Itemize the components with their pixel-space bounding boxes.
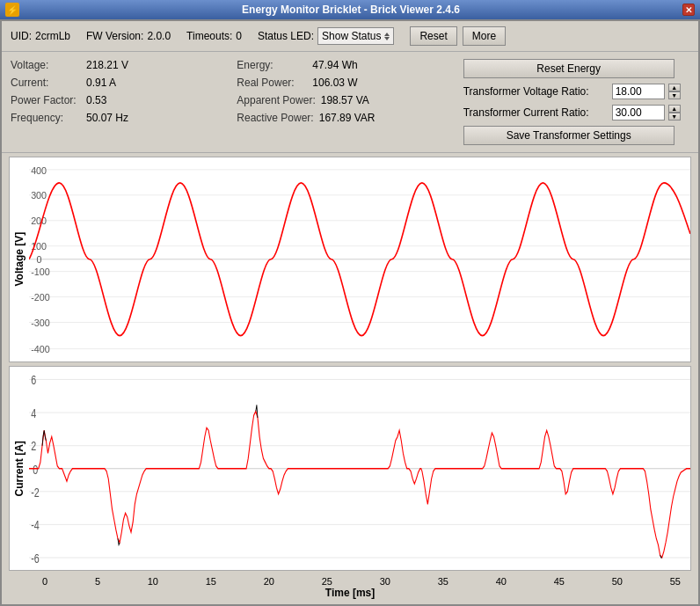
apparent-power-label: Apparent Power: (237, 94, 315, 106)
uid-value: 2crmLb (35, 30, 70, 42)
svg-text:-2: -2 (31, 484, 40, 499)
svg-text:6: 6 (31, 372, 36, 387)
fw-item: FW Version: 2.0.0 (86, 30, 171, 42)
fw-value: 2.0.0 (147, 30, 171, 42)
current-chart-svg: 6 4 2 0 -2 -4 -6 (29, 367, 690, 571)
x-axis-area: 0 5 10 15 20 25 30 35 40 45 50 55 Time [… (9, 574, 691, 601)
voltage-ratio-up[interactable]: ▲ (668, 84, 681, 91)
window-title: Energy Monitor Bricklet - Brick Viewer 2… (19, 4, 682, 16)
x-axis-label: Time [ms] (325, 587, 375, 599)
svg-text:-6: -6 (31, 551, 40, 566)
voltage-ratio-down[interactable]: ▼ (668, 91, 681, 99)
select-arrow-icon (384, 33, 390, 40)
timeouts-value: 0 (236, 30, 242, 42)
x-tick-0: 0 (42, 576, 47, 587)
svg-text:-4: -4 (31, 517, 40, 532)
info-panel: Voltage: 218.21 V Current: 0.91 A Power … (2, 52, 698, 153)
status-led-value: Show Status (322, 30, 381, 42)
reset-button[interactable]: Reset (410, 26, 456, 46)
x-tick-50: 50 (612, 576, 623, 587)
current-label: Current: (11, 77, 81, 89)
real-power-value: 106.03 W (312, 77, 357, 89)
info-mid: Energy: 47.94 Wh Real Power: 106.03 W Ap… (237, 59, 463, 145)
charts-area: Voltage [V] 400 (2, 153, 698, 604)
voltage-ratio-row: Transformer Voltage Ratio: ▲ ▼ (463, 84, 681, 99)
apparent-power-row: Apparent Power: 198.57 VA (237, 94, 463, 106)
svg-text:-100: -100 (31, 266, 49, 277)
x-tick-25: 25 (322, 576, 332, 587)
frequency-row: Frequency: 50.07 Hz (11, 112, 237, 124)
frequency-label: Frequency: (11, 112, 81, 124)
x-tick-5: 5 (95, 576, 100, 587)
power-factor-label: Power Factor: (11, 94, 81, 106)
current-chart-inner: 6 4 2 0 -2 -4 -6 (29, 367, 690, 571)
voltage-chart-inner: 400 300 200 100 0 -100 -200 -300 -400 (29, 157, 690, 361)
main-window: UID: 2crmLb FW Version: 2.0.0 Timeouts: … (0, 19, 700, 606)
svg-text:4: 4 (31, 405, 36, 420)
energy-row: Energy: 47.94 Wh (237, 59, 463, 71)
power-factor-row: Power Factor: 0.53 (11, 94, 237, 106)
svg-text:2: 2 (31, 438, 36, 453)
content-area: Voltage: 218.21 V Current: 0.91 A Power … (2, 52, 698, 604)
reactive-power-row: Reactive Power: 167.89 VAR (237, 112, 463, 124)
x-tick-40: 40 (496, 576, 507, 587)
voltage-ratio-input[interactable] (612, 84, 665, 99)
info-right: Reset Energy Transformer Voltage Ratio: … (463, 59, 689, 145)
status-led-label: Status LED: (258, 30, 314, 42)
svg-text:-200: -200 (31, 292, 49, 303)
svg-text:0: 0 (37, 254, 42, 265)
save-transformer-button[interactable]: Save Transformer Settings (463, 126, 674, 145)
reactive-power-value: 167.89 VAR (319, 112, 376, 124)
voltage-label: Voltage: (11, 59, 81, 71)
current-ratio-label: Transformer Current Ratio: (463, 106, 609, 119)
current-ratio-row: Transformer Current Ratio: ▲ ▼ (463, 105, 681, 120)
info-left: Voltage: 218.21 V Current: 0.91 A Power … (11, 59, 237, 145)
voltage-chart: Voltage [V] 400 (9, 157, 691, 362)
right-panel: Reset Energy Transformer Voltage Ratio: … (463, 59, 681, 145)
current-row: Current: 0.91 A (11, 77, 237, 89)
x-tick-15: 15 (206, 576, 216, 587)
real-power-row: Real Power: 106.03 W (237, 77, 463, 89)
more-button[interactable]: More (463, 26, 506, 46)
frequency-value: 50.07 Hz (86, 112, 128, 124)
voltage-chart-y-label: Voltage [V] (10, 157, 29, 361)
timeouts-item: Timeouts: 0 (186, 30, 242, 42)
svg-text:200: 200 (31, 215, 47, 226)
svg-text:-300: -300 (31, 318, 49, 328)
reset-energy-button[interactable]: Reset Energy (463, 59, 674, 78)
current-ratio-input[interactable] (612, 105, 665, 120)
current-value: 0.91 A (86, 77, 116, 89)
power-factor-value: 0.53 (86, 94, 106, 106)
energy-value: 47.94 Wh (312, 59, 357, 71)
app-icon: ⚡ (5, 3, 19, 17)
current-chart-y-label: Current [A] (10, 367, 29, 571)
x-tick-35: 35 (438, 576, 448, 587)
toolbar: UID: 2crmLb FW Version: 2.0.0 Timeouts: … (2, 21, 698, 52)
current-ratio-down[interactable]: ▼ (668, 113, 681, 120)
x-tick-45: 45 (554, 576, 565, 587)
reactive-power-label: Reactive Power: (237, 112, 313, 124)
voltage-ratio-spinners: ▲ ▼ (668, 84, 681, 99)
voltage-chart-svg: 400 300 200 100 0 -100 -200 -300 -400 (29, 157, 690, 361)
voltage-ratio-label: Transformer Voltage Ratio: (463, 85, 609, 98)
current-ratio-up[interactable]: ▲ (668, 105, 681, 113)
x-tick-20: 20 (264, 576, 274, 587)
x-tick-30: 30 (380, 576, 390, 587)
timeouts-label: Timeouts: (186, 30, 232, 42)
svg-text:-400: -400 (31, 344, 49, 354)
fw-label: FW Version: (86, 30, 143, 42)
title-bar: ⚡ Energy Monitor Bricklet - Brick Viewer… (0, 0, 700, 19)
real-power-label: Real Power: (237, 77, 307, 89)
svg-text:300: 300 (31, 190, 47, 201)
current-ratio-spinners: ▲ ▼ (668, 105, 681, 120)
voltage-row: Voltage: 218.21 V (11, 59, 237, 71)
uid-label: UID: (11, 30, 32, 42)
status-led-select[interactable]: Show Status (317, 27, 394, 45)
uid-item: UID: 2crmLb (11, 30, 70, 42)
apparent-power-value: 198.57 VA (321, 94, 369, 106)
x-tick-55: 55 (670, 576, 681, 587)
close-button[interactable]: ✕ (682, 4, 695, 16)
x-tick-10: 10 (148, 576, 158, 587)
status-led-item: Status LED: Show Status (258, 27, 394, 45)
x-ticks: 0 5 10 15 20 25 30 35 40 45 50 55 (16, 576, 684, 587)
